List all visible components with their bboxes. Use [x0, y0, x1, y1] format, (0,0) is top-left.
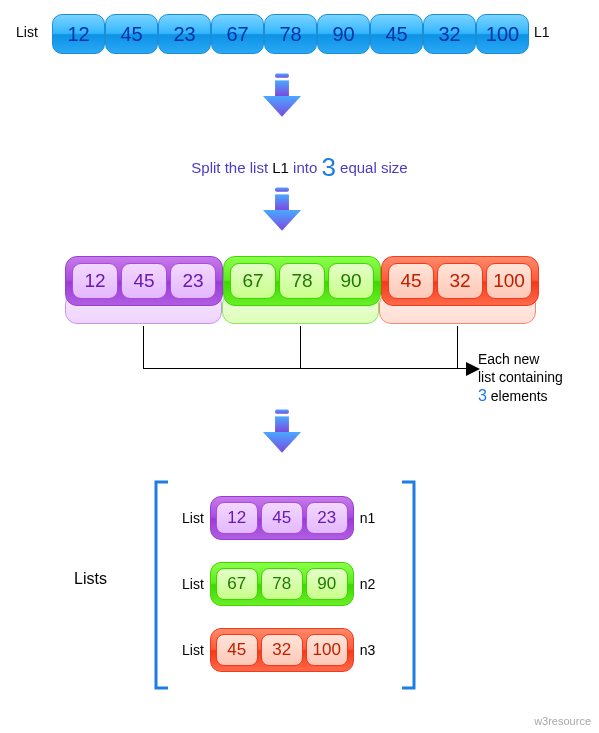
bracket-line: [143, 368, 469, 369]
top-list-l1: 12 45 23 67 78 90 45 32 100: [52, 14, 529, 54]
diagram-canvas: List 12 45 23 67 78 90 45 32 100 L1 Spli…: [0, 0, 599, 733]
list-cell: 67: [211, 14, 264, 54]
result-row-n1: List 12 45 23 n1: [182, 496, 375, 540]
caption-text: Each new: [478, 351, 539, 367]
group-red: 45 32 100: [381, 256, 539, 306]
svg-marker-5: [263, 210, 301, 231]
svg-rect-0: [275, 73, 289, 77]
group-green: 67 78 90: [223, 256, 381, 306]
result-row-n3: List 45 32 100 n3: [182, 628, 375, 672]
n-label: n2: [360, 576, 376, 592]
group-cell: 90: [306, 568, 348, 600]
caption-text: Split the list: [191, 159, 272, 176]
bracket-line: [300, 326, 301, 368]
arrow-down-icon: [252, 184, 312, 236]
group-cell: 45: [261, 502, 303, 534]
list-label: List: [182, 576, 204, 592]
svg-marker-2: [263, 96, 301, 117]
caption-text: list containing: [478, 369, 563, 385]
lists-label: Lists: [74, 570, 107, 588]
svg-rect-1: [275, 80, 289, 96]
list-cell: 90: [317, 14, 370, 54]
list-label: List: [182, 642, 204, 658]
caption-text: equal size: [336, 159, 408, 176]
svg-rect-4: [275, 194, 289, 210]
result-row-n2: List 67 78 90 n2: [182, 562, 375, 606]
caption-count: 3: [321, 152, 335, 182]
group-cell: 12: [216, 502, 258, 534]
mini-group-red: 45 32 100: [210, 628, 354, 672]
caption-count: 3: [478, 387, 487, 404]
group-cell: 45: [388, 263, 434, 299]
bracket-right-icon: [400, 480, 420, 694]
group-cell: 23: [170, 263, 216, 299]
svg-rect-7: [275, 409, 289, 413]
group-cell: 78: [261, 568, 303, 600]
svg-marker-9: [263, 432, 301, 453]
group-cell: 45: [121, 263, 167, 299]
n-label: n1: [360, 510, 376, 526]
group-cell: 67: [230, 263, 276, 299]
caption-text: into: [289, 159, 322, 176]
list-cell: 45: [105, 14, 158, 54]
group-cell: 23: [306, 502, 348, 534]
arrow-down-icon: [252, 70, 312, 122]
list-label: List: [182, 510, 204, 526]
l1-label: L1: [534, 24, 550, 40]
list-cell: 45: [370, 14, 423, 54]
n-label: n3: [360, 642, 376, 658]
mini-group-purple: 12 45 23: [210, 496, 354, 540]
bracket-line: [143, 326, 144, 368]
group-purple: 12 45 23: [65, 256, 223, 306]
group-cell: 90: [328, 263, 374, 299]
list-cell: 12: [52, 14, 105, 54]
caption-text: elements: [487, 388, 548, 404]
split-caption: Split the list L1 into 3 equal size: [0, 152, 599, 183]
group-cell: 12: [72, 263, 118, 299]
watermark: w3resource: [534, 715, 591, 727]
group-cell: 67: [216, 568, 258, 600]
split-groups-row: 12 45 23 67 78 90 45 32 100: [65, 256, 539, 306]
list-cell: 32: [423, 14, 476, 54]
group-cell: 32: [437, 263, 483, 299]
bracket-line: [457, 326, 458, 368]
group-cell: 78: [279, 263, 325, 299]
bracket-left-icon: [150, 480, 170, 694]
group-cell: 100: [486, 263, 532, 299]
list-label: List: [16, 24, 38, 40]
caption-l1: L1: [272, 159, 289, 176]
each-new-caption: Each new list containing 3 elements: [478, 350, 563, 407]
list-cell: 100: [476, 14, 529, 54]
group-cell: 32: [261, 634, 303, 666]
list-cell: 78: [264, 14, 317, 54]
mini-group-green: 67 78 90: [210, 562, 354, 606]
svg-rect-8: [275, 416, 289, 432]
arrow-down-icon: [252, 406, 312, 458]
svg-rect-3: [275, 187, 289, 191]
list-cell: 23: [158, 14, 211, 54]
group-cell: 45: [216, 634, 258, 666]
group-cell: 100: [306, 634, 348, 666]
